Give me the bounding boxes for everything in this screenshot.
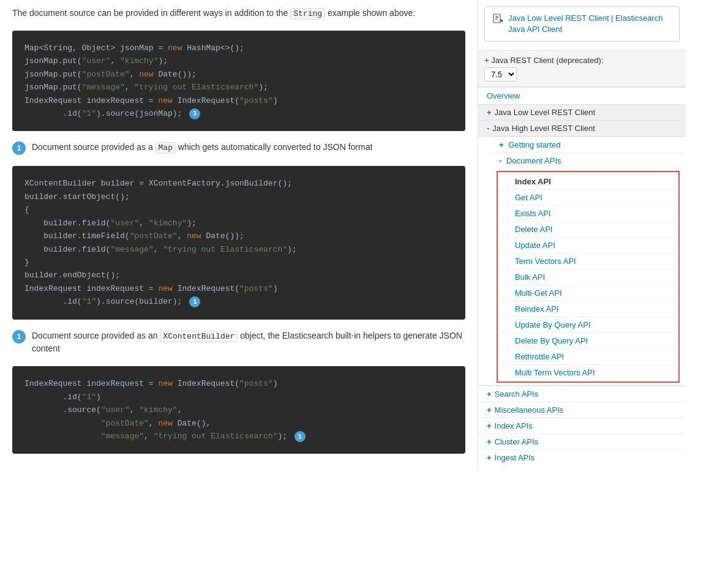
intro-text-before: The document source can be provided in d… (12, 8, 290, 18)
annotation-1-text: Document source provided as a Map which … (32, 141, 372, 154)
plus-icon-bottom: + (487, 437, 492, 446)
sidebar: Java Low Level REST Client | Elasticsear… (478, 0, 686, 470)
annotation-2: 1 Document source provided as an XConten… (12, 329, 465, 356)
sidebar-top-link[interactable]: Java Low Level REST Client | Elasticsear… (492, 13, 672, 35)
sidebar-api-item[interactable]: Update By Query API (498, 317, 678, 332)
annotation-1: 1 Document source provided as a Map whic… (12, 141, 465, 155)
sidebar-api-item[interactable]: Term Vectors API (498, 253, 678, 269)
bottom-nav: +Search APIs+Miscellaneous APIs+Index AP… (478, 385, 686, 465)
sidebar-api-item[interactable]: Multi Term Vectors API (498, 364, 678, 380)
annotation-badge-1: 1 (12, 141, 26, 155)
sidebar-bottom-nav-item[interactable]: +Index APIs (478, 418, 686, 434)
sidebar-bottom-nav-item[interactable]: +Miscellaneous APIs (478, 402, 686, 418)
sidebar-api-item[interactable]: Reindex API (498, 301, 678, 317)
minus-icon-doc-apis: - (499, 156, 501, 165)
annotation-2-text: Document source provided as an XContentB… (32, 329, 465, 356)
annotation-1-code: Map (156, 142, 176, 154)
sub-nav-high-level: + Getting started - Document APIs Index … (478, 136, 686, 383)
api-items-list: Index APIGet APIExists APIDelete APIUpda… (498, 173, 678, 380)
sidebar-api-item[interactable]: Rethrottle API (498, 348, 678, 364)
main-content: The document source can be provided in d… (0, 0, 478, 470)
plus-icon-bottom: + (487, 389, 492, 399)
sidebar-bottom-nav-item[interactable]: +Cluster APIs (478, 434, 686, 449)
sidebar-api-item[interactable]: Multi-Get API (498, 285, 678, 301)
plus-icon-bottom: + (487, 421, 492, 430)
api-items-highlighted: Index APIGet APIExists APIDelete APIUpda… (497, 171, 680, 383)
sidebar-api-item[interactable]: Delete API (498, 221, 678, 237)
plus-icon-bottom: + (487, 405, 492, 415)
annotation-2-code: XContentBuilder (160, 331, 238, 342)
version-label: + Java REST Client (deprecated): (484, 56, 680, 65)
minus-icon-high: - (487, 124, 489, 133)
sidebar-item-overview[interactable]: Overview (478, 87, 686, 104)
badge-2a: 1 (189, 296, 200, 307)
top-card-link-text: Java Low Level REST Client | Elasticsear… (508, 13, 672, 35)
sidebar-item-document-apis[interactable]: - Document APIs (490, 152, 686, 168)
document-icon (492, 13, 503, 24)
svg-rect-3 (495, 19, 497, 20)
badge-3a: 1 (295, 431, 306, 442)
sidebar-top-card: Java Low Level REST Client | Elasticsear… (484, 6, 680, 42)
code-block-1: Map<String, Object> jsonMap = new HashMa… (12, 31, 465, 132)
code-block-2: XContentBuilder builder = XContentFactor… (12, 166, 465, 319)
sidebar-item-high-level[interactable]: - Java High Level REST Client (478, 120, 686, 136)
annotation-badge-2: 1 (12, 330, 26, 343)
sidebar-api-item[interactable]: Get API (498, 189, 678, 205)
plus-icon-bottom: + (487, 453, 492, 462)
sidebar-api-item[interactable]: Exists API (498, 205, 678, 221)
sidebar-api-item[interactable]: Update API (498, 237, 678, 253)
intro-text-after: example shown above: (325, 8, 415, 18)
sidebar-bottom-nav-item[interactable]: +Search APIs (478, 386, 686, 402)
sidebar-api-item[interactable]: Delete By Query API (498, 332, 678, 348)
sidebar-api-item[interactable]: Index API (498, 173, 678, 189)
version-selector-row: + Java REST Client (deprecated): 7.5 7.4… (478, 50, 686, 87)
plus-icon-getting-started: + (499, 140, 504, 149)
svg-rect-1 (495, 16, 498, 17)
plus-icon-low: + (487, 108, 492, 117)
sidebar-item-getting-started[interactable]: + Getting started (490, 137, 686, 152)
version-dropdown[interactable]: 7.5 7.4 7.3 7.2 7.1 7.0 (484, 67, 517, 81)
sidebar-bottom-nav-item[interactable]: +Ingest APIs (478, 449, 686, 465)
sidebar-api-item[interactable]: Bulk API (498, 269, 678, 285)
svg-rect-2 (495, 18, 498, 18)
badge-1a: 1 (189, 108, 200, 119)
intro-inline-code: String (290, 8, 325, 20)
svg-rect-0 (493, 14, 500, 23)
code-block-3: IndexRequest indexRequest = new IndexReq… (12, 366, 465, 454)
intro-paragraph: The document source can be provided in d… (12, 6, 465, 21)
sidebar-item-low-level[interactable]: + Java Low Level REST Client (478, 104, 686, 120)
